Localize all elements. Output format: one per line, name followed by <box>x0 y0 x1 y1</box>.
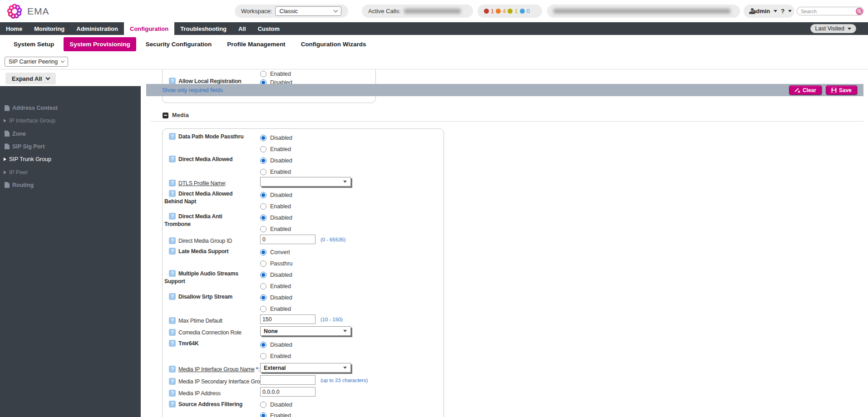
input-max-ptime-default[interactable] <box>260 314 316 324</box>
help-icon[interactable]: ? <box>169 270 176 277</box>
help-icon[interactable]: ? <box>169 401 176 407</box>
sidebar-item-ip-peer[interactable]: IP Peer <box>0 169 141 176</box>
radio-icon[interactable] <box>260 146 266 152</box>
help-icon[interactable]: ? <box>169 340 176 347</box>
nav-item-all[interactable]: All <box>232 22 252 35</box>
radio-icon[interactable] <box>260 71 266 77</box>
radio-option-enabled[interactable]: Enabled <box>260 203 291 210</box>
radio-icon[interactable] <box>260 402 266 408</box>
expand-triangle-icon[interactable] <box>4 171 6 174</box>
help-icon[interactable]: ? <box>169 378 176 385</box>
nav-item-home[interactable]: Home <box>0 22 28 35</box>
nav-item-monitoring[interactable]: Monitoring <box>28 22 70 35</box>
nav-item-administration[interactable]: Administration <box>70 22 124 35</box>
help-icon[interactable]: ? <box>169 237 176 244</box>
radio-option-disabled[interactable]: Disabled <box>260 135 292 141</box>
sidebar-item-address-context[interactable]: Address Context <box>0 105 141 111</box>
subnav-item-profile-management[interactable]: Profile Management <box>221 37 291 51</box>
radio-selected-icon[interactable] <box>260 192 266 198</box>
radio-icon[interactable] <box>260 306 266 312</box>
radio-option-disabled[interactable]: Disabled <box>260 402 292 408</box>
radio-selected-icon[interactable] <box>260 135 266 141</box>
radio-option-enabled[interactable]: Enabled <box>260 169 291 175</box>
workspace-select[interactable]: Classic <box>275 6 341 16</box>
user-menu-pill[interactable]: admin ? <box>744 5 794 18</box>
subnav-item-system-provisioning[interactable]: System Provisioning <box>64 37 136 51</box>
radio-option-passthru[interactable]: Passthru <box>260 260 292 267</box>
radio-icon[interactable] <box>260 260 266 267</box>
radio-option-enabled[interactable]: Enabled <box>260 353 291 359</box>
nav-item-configuration[interactable]: Configuration <box>124 22 174 35</box>
sidebar-item-sip-sig-port[interactable]: SIP Sig Port <box>0 143 141 150</box>
help-icon[interactable]: ? <box>169 293 176 300</box>
radio-selected-icon[interactable] <box>260 157 266 164</box>
search-input[interactable] <box>801 8 851 15</box>
radio-option-enabled[interactable]: Enabled <box>260 306 291 312</box>
input-media-ip-address[interactable] <box>260 387 316 397</box>
subnav-item-configuration-wizards[interactable]: Configuration Wizards <box>295 37 372 51</box>
radio-selected-icon[interactable] <box>260 342 266 348</box>
radio-selected-icon[interactable] <box>260 215 266 221</box>
user-caret-icon[interactable] <box>774 10 777 12</box>
radio-option-convert[interactable]: Convert <box>260 249 290 255</box>
help-icon[interactable]: ? <box>169 213 176 220</box>
radio-selected-icon[interactable] <box>260 272 266 278</box>
radio-icon[interactable] <box>260 283 266 289</box>
radio-option-enabled[interactable]: Enabled <box>260 412 291 417</box>
last-visited-dropdown[interactable]: Last Visited <box>810 24 856 33</box>
radio-option-enabled[interactable]: Enabled <box>260 283 291 289</box>
help-caret-icon[interactable] <box>788 10 792 12</box>
nav-item-troubleshooting[interactable]: Troubleshooting <box>174 22 232 35</box>
nav-item-custom[interactable]: Custom <box>252 22 286 35</box>
help-icon[interactable]: ? <box>169 390 176 397</box>
radio-icon[interactable] <box>260 226 266 232</box>
help-icon[interactable]: ? <box>169 190 176 197</box>
radio-option-enabled[interactable]: Enabled <box>260 146 291 152</box>
help-icon[interactable]: ? <box>169 329 176 336</box>
sidebar-item-zone[interactable]: Zone <box>0 131 141 137</box>
expand-triangle-icon[interactable] <box>4 157 6 161</box>
radio-icon[interactable] <box>260 203 266 210</box>
radio-option-disabled[interactable]: Disabled <box>260 294 292 301</box>
subnav-item-security-configuration[interactable]: Security Configuration <box>140 37 218 51</box>
search-button[interactable] <box>856 8 863 15</box>
help-icon[interactable]: ? <box>169 248 176 255</box>
select-dtls-profile-name[interactable] <box>260 177 351 186</box>
radio-icon[interactable] <box>260 169 266 175</box>
field-label-text[interactable]: Media IP Interface Group Name <box>178 366 255 373</box>
select-comedia-connection-role[interactable]: None <box>260 326 351 336</box>
field-label-text[interactable]: DTLS Profile Name <box>178 180 225 186</box>
radio-selected-icon[interactable] <box>260 249 266 255</box>
help-icon[interactable]: ? <box>169 133 176 140</box>
expand-all-button[interactable]: Expand All <box>5 73 56 84</box>
radio-option-disabled[interactable]: Disabled <box>260 157 292 164</box>
help-menu[interactable]: ? <box>781 8 784 15</box>
radio-option-disabled[interactable]: Disabled <box>260 272 292 278</box>
radio-option-disabled[interactable]: Disabled <box>260 215 292 221</box>
help-icon[interactable]: ? <box>169 180 176 186</box>
input-media-ip-secondary-interface-group-name[interactable] <box>260 375 316 385</box>
expand-triangle-icon[interactable] <box>4 119 6 123</box>
clear-button[interactable]: Clear <box>789 85 822 95</box>
subnav-item-system-setup[interactable]: System Setup <box>8 37 60 51</box>
sidebar-item-ip-interface-group[interactable]: IP Interface Group <box>0 118 141 124</box>
input-direct-media-group-id[interactable] <box>260 235 316 244</box>
sidebar-item-sip-trunk-group[interactable]: SIP Trunk Group <box>0 156 141 162</box>
help-icon[interactable]: ? <box>169 156 176 162</box>
radio-selected-icon[interactable] <box>260 294 266 301</box>
help-icon[interactable]: ? <box>169 366 176 373</box>
radio-option-enabled[interactable]: Enabled <box>260 226 291 232</box>
radio-option[interactable]: Enabled <box>260 71 291 77</box>
radio-option-disabled[interactable]: Disabled <box>260 342 292 348</box>
radio-icon[interactable] <box>260 353 266 359</box>
help-icon[interactable]: ? <box>169 317 176 324</box>
sidebar-item-routing[interactable]: Routing <box>0 182 141 188</box>
select-media-ip-interface-group-name[interactable]: External <box>260 363 351 373</box>
help-icon[interactable]: ? <box>169 78 176 84</box>
collapse-section-icon[interactable] <box>163 113 168 118</box>
save-button[interactable]: Save <box>826 85 857 95</box>
radio-selected-icon[interactable] <box>260 412 266 417</box>
show-required-fields-link[interactable]: Show only required fields <box>162 87 223 93</box>
radio-option-disabled[interactable]: Disabled <box>260 192 292 198</box>
context-dropdown[interactable]: SIP Carrier Peering <box>5 57 68 67</box>
